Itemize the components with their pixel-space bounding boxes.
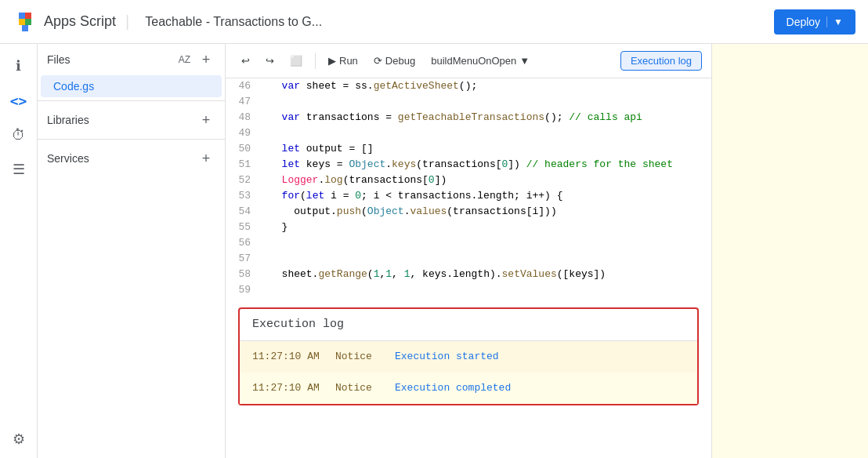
code-line-59 (269, 282, 711, 298)
logo-area: Apps Script (13, 9, 116, 35)
exec-log-label: Execution log (631, 55, 692, 67)
code-line-53: for(let i = 0; i < transactions.length; … (269, 188, 711, 204)
log-time-1: 11:27:10 AM (252, 380, 323, 396)
add-file-button[interactable]: + (197, 50, 215, 69)
files-label: Files (47, 53, 71, 66)
code-lines: 46 47 48 49 50 51 52 53 54 55 56 57 58 5… (226, 78, 711, 298)
save-button[interactable]: ⬜ (284, 52, 309, 70)
project-title: Teachable - Transactions to G... (145, 15, 322, 29)
code-line-54: output.push(Object.values(transactions[i… (269, 204, 711, 220)
sidebar-divider-1 (38, 100, 225, 101)
log-level-1: Notice (335, 380, 382, 396)
code-line-55: } (269, 220, 711, 235)
execution-log-row-0: 11:27:10 AM Notice Execution started (240, 341, 697, 373)
file-item-code-gs[interactable]: Code.gs (41, 75, 222, 97)
line-numbers: 46 47 48 49 50 51 52 53 54 55 56 57 58 5… (226, 78, 263, 298)
execution-log-title: Execution log (240, 309, 697, 341)
code-icon: <> (10, 93, 27, 109)
log-msg-0: Execution started (395, 349, 499, 365)
log-msg-1: Execution completed (395, 380, 511, 396)
code-line-56 (269, 235, 711, 251)
files-section-header: Files AZ + (38, 44, 225, 75)
list-icon: ☰ (13, 161, 25, 178)
function-name: buildMenuOnOpen (431, 55, 516, 67)
code-line-51: let keys = Object.keys(transactions[0]) … (269, 157, 711, 173)
main-layout: ℹ <> ⏱ ☰ ⚙ Files AZ + Code.gs Lib (0, 44, 868, 458)
code-line-50: let output = [] (269, 141, 711, 157)
execution-log-button[interactable]: Execution log (620, 51, 702, 71)
right-panel (711, 44, 868, 458)
gear-icon: ⚙ (13, 431, 25, 448)
execution-log-row-1: 11:27:10 AM Notice Execution completed (240, 373, 697, 404)
sidebar-item-settings[interactable]: ⚙ (3, 427, 34, 458)
debug-button[interactable]: ⟳ Debug (367, 52, 421, 70)
code-editor[interactable]: 46 47 48 49 50 51 52 53 54 55 56 57 58 5… (226, 78, 711, 458)
execution-log-panel: Execution log 11:27:10 AM Notice Executi… (238, 307, 699, 405)
code-line-57 (269, 251, 711, 267)
services-section-header: Services + (38, 143, 225, 174)
undo-icon: ↩ (241, 55, 250, 67)
icon-bar: ℹ <> ⏱ ☰ ⚙ (0, 44, 38, 458)
function-selector[interactable]: buildMenuOnOpen ▼ (425, 52, 536, 70)
clock-icon: ⏱ (12, 127, 26, 144)
save-icon: ⬜ (290, 55, 302, 67)
deploy-button[interactable]: Deploy ▼ (774, 9, 855, 35)
file-name: Code.gs (53, 80, 94, 93)
add-library-button[interactable]: + (197, 111, 215, 129)
sidebar-item-triggers[interactable]: ⏱ (3, 119, 34, 151)
apps-script-logo (13, 9, 38, 35)
toolbar-divider-1 (315, 53, 316, 69)
undo-button[interactable]: ↩ (235, 52, 256, 70)
debug-icon: ⟳ (374, 55, 382, 67)
services-label: Services (47, 152, 89, 165)
add-service-button[interactable]: + (197, 149, 215, 168)
header-left: Apps Script | Teachable - Transactions t… (13, 9, 322, 35)
info-icon: ℹ (16, 57, 21, 75)
deploy-label: Deploy (787, 16, 821, 28)
code-line-48: var transactions = getTeachableTransacti… (269, 110, 711, 125)
libraries-label: Libraries (47, 114, 89, 126)
log-level-0: Notice (335, 349, 382, 365)
debug-label: Debug (385, 55, 415, 67)
files-actions: AZ + (175, 50, 215, 69)
sidebar-item-executions[interactable]: ☰ (3, 154, 34, 185)
run-button[interactable]: ▶ Run (322, 52, 364, 70)
deploy-arrow-icon: ▼ (826, 16, 843, 27)
chevron-down-icon: ▼ (519, 55, 530, 67)
code-line-49 (269, 125, 711, 141)
code-text: var sheet = ss.getActiveSheet(); var tra… (263, 78, 711, 298)
sidebar: Files AZ + Code.gs Libraries + Services … (38, 44, 226, 458)
redo-button[interactable]: ↪ (259, 52, 280, 70)
run-label: Run (339, 55, 358, 67)
app-title: Apps Script (44, 13, 116, 30)
libraries-section-header: Libraries + (38, 104, 225, 136)
code-line-47 (269, 94, 711, 110)
code-line-58: sheet.getRange(1,1, 1, keys.length).setV… (269, 267, 711, 282)
toolbar: ↩ ↪ ⬜ ▶ Run ⟳ Debug buildMenuOnOpen ▼ (226, 44, 711, 78)
code-area: ↩ ↪ ⬜ ▶ Run ⟳ Debug buildMenuOnOpen ▼ (226, 44, 711, 458)
code-line-52: Logger.log(transactions[0]) (269, 173, 711, 188)
sidebar-divider-2 (38, 139, 225, 140)
header: Apps Script | Teachable - Transactions t… (0, 0, 868, 44)
sidebar-item-info[interactable]: ℹ (3, 50, 34, 82)
play-icon: ▶ (328, 55, 336, 67)
sidebar-item-editor[interactable]: <> (3, 85, 34, 116)
log-time-0: 11:27:10 AM (252, 349, 323, 365)
sort-az-button[interactable]: AZ (175, 53, 193, 67)
redo-icon: ↪ (266, 55, 274, 67)
code-line-46: var sheet = ss.getActiveSheet(); (269, 78, 711, 94)
code-content[interactable]: 46 47 48 49 50 51 52 53 54 55 56 57 58 5… (226, 78, 711, 458)
